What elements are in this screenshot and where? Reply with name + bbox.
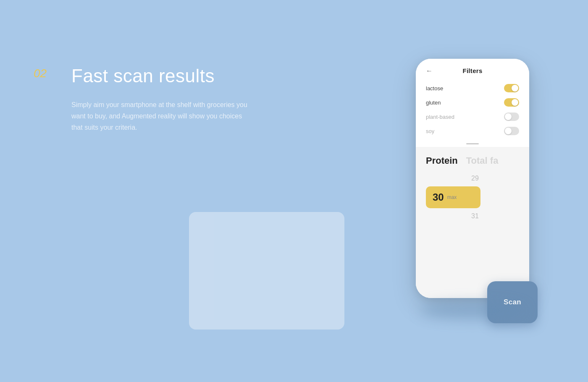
toggle-lactose[interactable] <box>504 84 519 92</box>
background-card <box>189 212 344 330</box>
tab-protein[interactable]: Protein <box>426 155 458 166</box>
left-content-area: 02 Fast scan results Simply aim your sma… <box>34 65 277 133</box>
filters-header: ← Filters <box>426 67 519 74</box>
filter-row-soy: soy <box>426 124 519 138</box>
nutrition-panel: Protein Total fa 29 30 max 31 <box>416 147 529 298</box>
toggle-gluten[interactable] <box>504 98 519 107</box>
value-selected[interactable]: 30 max <box>426 186 480 208</box>
toggle-knob-plant-based <box>505 113 512 120</box>
filter-label-lactose: lactose <box>426 85 443 92</box>
filter-row-lactose: lactose <box>426 81 519 95</box>
phone-screen: ← Filters lactose gluten plant-ba <box>416 59 529 298</box>
toggle-knob-gluten <box>512 99 518 106</box>
tab-total-fat[interactable]: Total fa <box>466 155 499 166</box>
phone-shadow <box>420 302 525 319</box>
filter-row-gluten: gluten <box>426 95 519 110</box>
value-number: 30 <box>433 191 444 203</box>
filter-label-plant-based: plant-based <box>426 114 454 120</box>
filters-panel: ← Filters lactose gluten plant-ba <box>416 59 529 147</box>
toggle-plant-based[interactable] <box>504 113 519 121</box>
toggle-knob-soy <box>505 128 512 134</box>
scroll-indicator <box>466 143 479 144</box>
value-below: 31 <box>426 211 519 222</box>
value-above: 29 <box>426 173 519 184</box>
phone-frame: ← Filters lactose gluten plant-ba <box>416 59 529 298</box>
toggle-knob-lactose <box>512 85 518 92</box>
phone-mockup: ← Filters lactose gluten plant-ba <box>416 59 529 311</box>
filter-label-gluten: gluten <box>426 99 441 106</box>
filter-row-plant-based: plant-based <box>426 110 519 124</box>
filters-title: Filters <box>462 67 482 74</box>
value-selector: 29 30 max 31 <box>426 173 519 222</box>
back-button[interactable]: ← <box>426 67 433 75</box>
nutrition-tabs: Protein Total fa <box>426 155 519 166</box>
section-description: Simply aim your smartphone at the shelf … <box>71 99 248 133</box>
value-max-label: max <box>447 194 457 200</box>
toggle-soy[interactable] <box>504 127 519 135</box>
section-number: 02 <box>34 67 47 80</box>
filter-label-soy: soy <box>426 128 434 134</box>
section-title: Fast scan results <box>71 65 215 87</box>
